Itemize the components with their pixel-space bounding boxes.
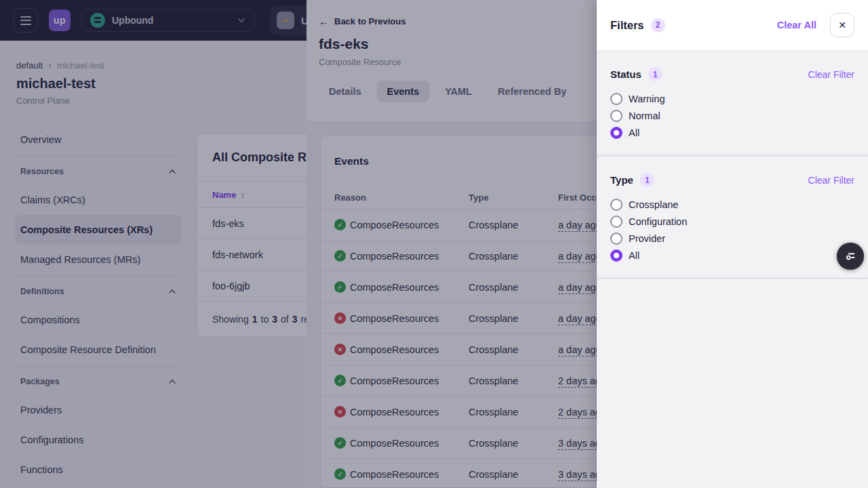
radio-option-normal[interactable]: Normal (610, 108, 854, 124)
option-label: Crossplane (629, 199, 678, 210)
option-label: Normal (629, 110, 660, 121)
clear-all-button[interactable]: Clear All (777, 20, 816, 30)
section-title: Status (610, 68, 642, 80)
filters-title: Filters (610, 19, 644, 32)
radio-button[interactable] (610, 93, 623, 105)
radio-button[interactable] (610, 232, 623, 245)
radio-option-warning[interactable]: Warning (610, 91, 854, 107)
option-label: All (629, 127, 639, 138)
clear-filter-button[interactable]: Clear Filter (808, 175, 854, 186)
radio-button-selected[interactable] (610, 249, 623, 262)
section-count-badge: 1 (648, 67, 663, 81)
filter-list-icon (844, 250, 856, 262)
radio-option-configuration[interactable]: Configuration (610, 214, 854, 230)
option-label: All (629, 250, 639, 261)
radio-option-crossplane[interactable]: Crossplane (610, 197, 854, 213)
radio-button[interactable] (610, 216, 623, 228)
close-button[interactable]: ✕ (830, 13, 854, 37)
radio-button-selected[interactable] (610, 127, 623, 139)
radio-option-provider[interactable]: Provider (610, 230, 854, 247)
filter-section-status: Status 1 Clear Filter Warning Normal All (597, 51, 868, 157)
filters-count-badge: 2 (651, 18, 665, 33)
radio-option-all-status[interactable]: All (610, 125, 854, 141)
radio-button[interactable] (610, 199, 623, 211)
option-label: Warning (629, 94, 665, 104)
option-label: Provider (629, 233, 665, 244)
clear-filter-button[interactable]: Clear Filter (808, 69, 854, 80)
radio-option-all-type[interactable]: All (610, 247, 854, 264)
section-count-badge: 1 (640, 173, 654, 187)
section-title: Type (610, 174, 633, 186)
filters-panel: Filters 2 Clear All ✕ Status 1 Clear Fil… (597, 0, 868, 488)
close-icon: ✕ (838, 20, 846, 30)
filter-section-type: Type 1 Clear Filter Crossplane Configura… (597, 157, 868, 279)
option-label: Configuration (629, 216, 687, 227)
filter-toggle-fab[interactable] (837, 243, 864, 270)
radio-button[interactable] (610, 110, 623, 122)
